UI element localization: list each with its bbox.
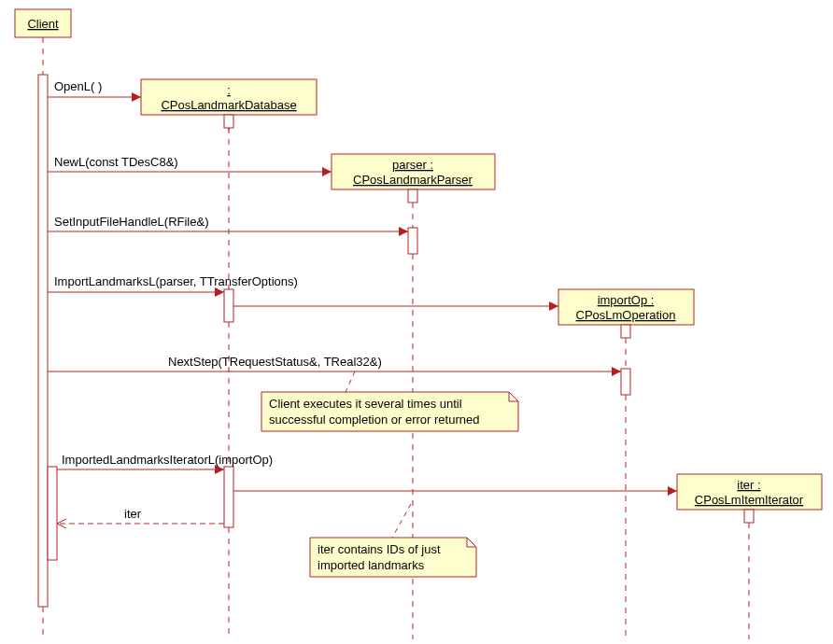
- message-importlm: ImportLandmarksL(parser, TTransferOption…: [48, 274, 558, 306]
- message-setinput: SetInputFileHandleL(RFile&): [48, 215, 408, 231]
- participant-db-label2: CPosLandmarkDatabase: [161, 98, 296, 112]
- note-nextstep: Client executes it several times until s…: [261, 371, 518, 431]
- participant-db-label1: :: [227, 83, 231, 97]
- participant-importop-label2: CPosLmOperation: [576, 308, 676, 322]
- message-imported-iter-label: ImportedLandmarksIteratorL(importOp): [62, 453, 273, 467]
- message-iter-return-label: iter: [124, 507, 142, 521]
- message-newl: NewL(const TDesC8&): [48, 155, 332, 172]
- activation-db-iter: [224, 467, 233, 527]
- participant-parser-label2: CPosLandmarkParser: [353, 173, 473, 187]
- participant-iter-label2: CPosLmItemIterator: [695, 493, 804, 507]
- note-nextstep-line2: successful completion or error returned: [269, 413, 479, 427]
- participant-iter-label1: iter :: [737, 478, 760, 492]
- svg-rect-10: [408, 189, 417, 203]
- svg-line-26: [346, 371, 355, 392]
- svg-rect-27: [48, 467, 57, 560]
- participant-importop: importOp : CPosLmOperation: [558, 289, 694, 639]
- note-nextstep-line1: Client executes it several times until: [269, 397, 462, 411]
- note-iter-line1: iter contains IDs of just: [318, 542, 441, 556]
- participant-importop-label1: importOp :: [598, 293, 655, 307]
- svg-rect-18: [744, 510, 754, 523]
- svg-rect-14: [621, 325, 630, 338]
- message-openl-label: OpenL( ): [54, 79, 102, 93]
- participant-client: Client: [15, 9, 71, 639]
- activation-parser-setinput: [408, 228, 417, 254]
- participant-client-label: Client: [27, 17, 59, 31]
- activation-db-import: [224, 289, 233, 322]
- activation-importop-nextstep: [621, 369, 630, 395]
- svg-line-31: [392, 504, 411, 538]
- message-nextstep: NextStep(TRequestStatus&, TReal32&): [48, 355, 621, 371]
- message-nextstep-label: NextStep(TRequestStatus&, TReal32&): [168, 355, 382, 369]
- participant-parser-label1: parser :: [392, 158, 433, 172]
- svg-rect-5: [224, 115, 233, 128]
- participant-iter: iter : CPosLmItemIterator: [677, 474, 822, 639]
- message-openl: OpenL( ): [48, 79, 141, 97]
- message-importlm-label: ImportLandmarksL(parser, TTransferOption…: [54, 274, 298, 288]
- activation-client: [38, 75, 48, 607]
- sequence-diagram: Client : CPosLandmarkDatabase parser : C…: [0, 0, 833, 644]
- message-newl-label: NewL(const TDesC8&): [54, 155, 178, 169]
- message-setinput-label: SetInputFileHandleL(RFile&): [54, 215, 208, 229]
- note-iter: iter contains IDs of just imported landm…: [310, 504, 476, 577]
- note-iter-line2: imported landmarks: [318, 558, 425, 572]
- message-iter-return: iter: [57, 507, 224, 524]
